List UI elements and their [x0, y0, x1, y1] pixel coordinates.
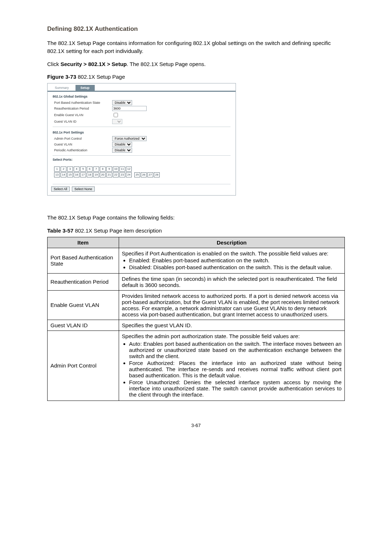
- port-13[interactable]: 13: [54, 172, 60, 177]
- guest-vlan-label: Guest VLAN: [53, 143, 112, 146]
- port-11[interactable]: 11: [119, 167, 125, 172]
- tab-setup[interactable]: Setup: [75, 85, 95, 91]
- select-ports-label: Select Ports:: [53, 158, 230, 161]
- item-cell: Guest VLAN ID: [48, 320, 119, 331]
- divider: [53, 155, 230, 156]
- port-8[interactable]: 8: [100, 167, 106, 172]
- guest-vlan-select[interactable]: Disabled: [112, 142, 132, 147]
- description-cell: Provides limited network access to autho…: [119, 290, 344, 320]
- ports-grid: 123456789101112 131415161718192021222324…: [54, 167, 160, 177]
- screenshot-buttons: Select All Select None: [48, 185, 236, 195]
- port-16[interactable]: 16: [74, 172, 79, 177]
- select-all-button[interactable]: Select All: [51, 186, 70, 192]
- bullet: Enabled: Enables port-based authenticati…: [129, 257, 342, 263]
- port-24[interactable]: 24: [126, 172, 132, 177]
- select-ports-block: Select Ports: 123456789101112 1314151617…: [48, 156, 236, 183]
- port-2[interactable]: 2: [61, 167, 66, 172]
- table-row: Port Based Authentication StateSpecifies…: [48, 248, 345, 273]
- port-12[interactable]: 12: [126, 167, 132, 172]
- port-15[interactable]: 15: [67, 172, 73, 177]
- figure-label-text: 802.1X Setup Page: [76, 74, 125, 80]
- divider: [53, 184, 230, 184]
- admin-port-select[interactable]: Force Authorized: [112, 136, 147, 141]
- item-cell: Enable Guest VLAN: [48, 290, 119, 320]
- periodic-label: Periodic Authentication: [53, 148, 112, 152]
- admin-port-label: Admin Port Control: [53, 137, 112, 140]
- nav-bold: Security > 802.1X > Setup: [61, 61, 127, 67]
- global-settings-group: 802.1x Global Settings Port Based Authen…: [48, 92, 236, 126]
- port-9[interactable]: 9: [106, 167, 112, 172]
- port-22[interactable]: 22: [113, 172, 119, 177]
- figure-label-bold: Figure 3-73: [47, 74, 76, 80]
- reauth-input[interactable]: [112, 106, 147, 111]
- port-25[interactable]: 25: [134, 172, 140, 177]
- fields-intro: The 802.1X Setup Page contains the follo…: [47, 214, 345, 222]
- tab-bar: Summary Setup: [48, 83, 236, 92]
- port-20[interactable]: 20: [100, 172, 106, 177]
- ports-row-bottom: 13141516171819202122232425262728: [54, 172, 160, 177]
- bullet: Auto: Enables port based authentication …: [129, 341, 342, 359]
- port-18[interactable]: 18: [87, 172, 93, 177]
- nav-sentence: Click Security > 802.1X > Setup. The 802…: [47, 60, 345, 68]
- th-item: Item: [48, 237, 119, 248]
- reauth-label: Reauthentication Period: [53, 107, 112, 110]
- guest-enable-checkbox[interactable]: [114, 113, 118, 117]
- port-1[interactable]: 1: [54, 167, 60, 172]
- item-cell: Port Based Authentication State: [48, 248, 119, 273]
- port-17[interactable]: 17: [80, 172, 86, 177]
- table-row: Admin Port ControlSpecifies the admin po…: [48, 331, 345, 401]
- bullet: Disabled: Disables port-based authentica…: [129, 264, 342, 270]
- nav-suffix: . The 802.1X Setup Page opens.: [127, 61, 205, 67]
- table-row: Reauthentication PeriodDefines the time …: [48, 273, 345, 290]
- figure-label: Figure 3-73 802.1X Setup Page: [47, 73, 345, 81]
- screenshot-container: Summary Setup 802.1x Global Settings Por…: [47, 83, 236, 196]
- table-label-text: 802.1X Setup Page item description: [73, 227, 162, 234]
- port-27[interactable]: 27: [147, 172, 153, 177]
- port-26[interactable]: 26: [141, 172, 147, 177]
- port-14[interactable]: 14: [61, 172, 66, 177]
- port-19[interactable]: 19: [93, 172, 99, 177]
- port-4[interactable]: 4: [74, 167, 79, 172]
- port-3[interactable]: 3: [67, 167, 73, 172]
- port-28[interactable]: 28: [154, 172, 160, 177]
- port-10[interactable]: 10: [113, 167, 119, 172]
- description-cell: Defines the time span (in seconds) in wh…: [119, 273, 344, 290]
- description-table: Item Description Port Based Authenticati…: [47, 237, 345, 401]
- port-6[interactable]: 6: [87, 167, 93, 172]
- bullet: Force Authorized: Places the interface i…: [129, 360, 342, 378]
- divider: [53, 127, 230, 127]
- port-settings-title: 802.1x Port Settings: [53, 131, 230, 134]
- section-heading: Defining 802.1X Authentication: [47, 25, 345, 33]
- th-description: Description: [119, 237, 344, 248]
- pbas-label: Port Based Authentication State: [53, 101, 112, 104]
- global-settings-title: 802.1x Global Settings: [53, 95, 230, 98]
- guest-id-select[interactable]: [112, 119, 122, 124]
- port-5[interactable]: 5: [80, 167, 86, 172]
- guest-id-label: Guest VLAN ID: [53, 120, 112, 123]
- periodic-select[interactable]: Disabled: [112, 148, 132, 153]
- pbas-select[interactable]: Disabled: [112, 100, 132, 105]
- intro-paragraph: The 802.1X Setup Page contains informati…: [47, 39, 345, 55]
- port-7[interactable]: 7: [93, 167, 99, 172]
- port-23[interactable]: 23: [119, 172, 125, 177]
- bullet: Force Unauthorized: Denies the selected …: [129, 379, 342, 398]
- description-cell: Specifies the guest VLAN ID.: [119, 320, 344, 331]
- port-settings-group: 802.1x Port Settings Admin Port Control …: [48, 128, 236, 155]
- guest-enable-label: Enable Guest VLAN: [53, 113, 112, 117]
- table-label-bold: Table 3-57: [47, 227, 73, 234]
- tab-summary[interactable]: Summary: [50, 85, 74, 91]
- table-label: Table 3-57 802.1X Setup Page item descri…: [47, 227, 345, 235]
- select-none-button[interactable]: Select None: [72, 186, 95, 192]
- item-cell: Admin Port Control: [48, 331, 119, 401]
- screenshot: Summary Setup 802.1x Global Settings Por…: [47, 83, 236, 196]
- page-number: 3-67: [47, 423, 345, 428]
- description-cell: Specifies the admin port authorization s…: [119, 331, 344, 401]
- table-row: Guest VLAN IDSpecifies the guest VLAN ID…: [48, 320, 345, 331]
- port-21[interactable]: 21: [106, 172, 112, 177]
- table-row: Enable Guest VLANProvides limited networ…: [48, 290, 345, 320]
- nav-prefix: Click: [47, 61, 61, 67]
- description-cell: Specifies if Port Authentication is enab…: [119, 248, 344, 273]
- item-cell: Reauthentication Period: [48, 273, 119, 290]
- ports-row-top: 123456789101112: [54, 167, 160, 172]
